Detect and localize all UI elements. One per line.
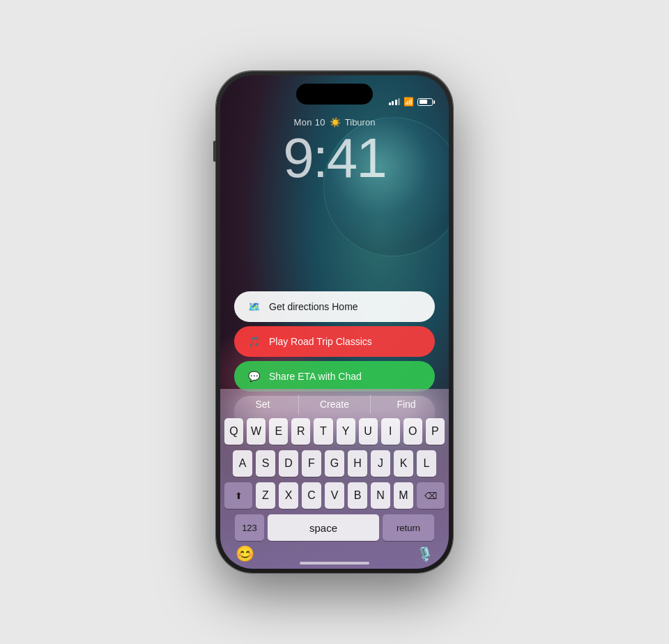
key-row-2: A S D F G H J K L (224, 450, 445, 477)
key-m[interactable]: M (394, 482, 413, 509)
key-o[interactable]: O (403, 418, 422, 445)
key-row-1: Q W E R T Y U I O P (224, 418, 445, 445)
key-h[interactable]: H (348, 450, 367, 477)
lock-screen-content: Mon 10 ☀️ Tiburon 9:41 (220, 114, 449, 186)
key-b[interactable]: B (348, 482, 367, 509)
key-l[interactable]: L (417, 450, 436, 477)
location-label: Tiburon (345, 117, 376, 128)
battery-icon (417, 98, 435, 106)
key-z[interactable]: Z (256, 482, 275, 509)
key-g[interactable]: G (325, 450, 344, 477)
music-icon: 🎵 (245, 333, 262, 350)
key-v[interactable]: V (325, 482, 344, 509)
phone-frame: 📶 Mon 10 ☀️ Tiburon 9:41 🗺️ Get directio… (216, 71, 453, 573)
key-r[interactable]: R (291, 418, 310, 445)
numbers-key[interactable]: 123 (235, 514, 264, 541)
suggestion-music-text: Play Road Trip Classics (269, 336, 372, 347)
suggestion-share-text: Share ETA with Chad (269, 371, 362, 382)
message-icon: 💬 (245, 368, 262, 385)
date-location-row: Mon 10 ☀️ Tiburon (294, 117, 376, 128)
key-q[interactable]: Q (224, 418, 243, 445)
keyboard-bottom-bar: 😊 🎙️ (224, 541, 445, 565)
shift-key[interactable]: ⬆ (224, 482, 252, 509)
suggestion-directions-text: Get directions Home (269, 301, 358, 312)
home-indicator[interactable] (300, 562, 369, 565)
key-j[interactable]: J (371, 450, 390, 477)
wifi-icon: 📶 (403, 97, 414, 107)
key-i[interactable]: I (381, 418, 400, 445)
key-p[interactable]: P (426, 418, 445, 445)
time-display: 9:41 (283, 130, 386, 186)
key-row-4: 123 space return (224, 514, 445, 541)
emoji-button[interactable]: 😊 (236, 545, 254, 563)
suggestion-directions[interactable]: 🗺️ Get directions Home (234, 291, 435, 322)
keyboard-suggestions-row: Set Create Find (224, 394, 445, 414)
keyboard-rows: Q W E R T Y U I O P A S D F G (224, 418, 445, 541)
key-w[interactable]: W (247, 418, 266, 445)
suggestion-set[interactable]: Set (227, 394, 299, 414)
key-t[interactable]: T (314, 418, 332, 445)
key-x[interactable]: X (279, 482, 298, 509)
key-s[interactable]: S (256, 450, 275, 477)
key-e[interactable]: E (269, 418, 288, 445)
date-label: Mon 10 (294, 117, 325, 128)
key-u[interactable]: U (359, 418, 378, 445)
suggestion-music[interactable]: 🎵 Play Road Trip Classics (234, 326, 435, 357)
key-f[interactable]: F (302, 450, 321, 477)
suggestion-share[interactable]: 💬 Share ETA with Chad (234, 361, 435, 392)
mic-button[interactable]: 🎙️ (416, 546, 433, 562)
signal-bars-icon (389, 98, 401, 105)
key-y[interactable]: Y (337, 418, 355, 445)
key-k[interactable]: K (394, 450, 413, 477)
key-d[interactable]: D (279, 450, 298, 477)
suggestion-create[interactable]: Create (299, 394, 371, 414)
suggestion-find[interactable]: Find (371, 394, 442, 414)
backspace-key[interactable]: ⌫ (417, 482, 445, 509)
phone-screen: 📶 Mon 10 ☀️ Tiburon 9:41 🗺️ Get directio… (220, 75, 449, 569)
keyboard-area: Set Create Find Q W E R T Y U I O P (220, 389, 449, 569)
status-right: 📶 (389, 97, 436, 107)
dynamic-island (296, 84, 373, 105)
key-n[interactable]: N (371, 482, 390, 509)
maps-icon: 🗺️ (245, 298, 262, 315)
return-key[interactable]: return (383, 514, 434, 541)
space-key[interactable]: space (268, 514, 379, 541)
key-a[interactable]: A (233, 450, 252, 477)
key-c[interactable]: C (302, 482, 321, 509)
sun-icon: ☀️ (330, 117, 341, 128)
key-row-3: ⬆ Z X C V B N M ⌫ (224, 482, 445, 509)
